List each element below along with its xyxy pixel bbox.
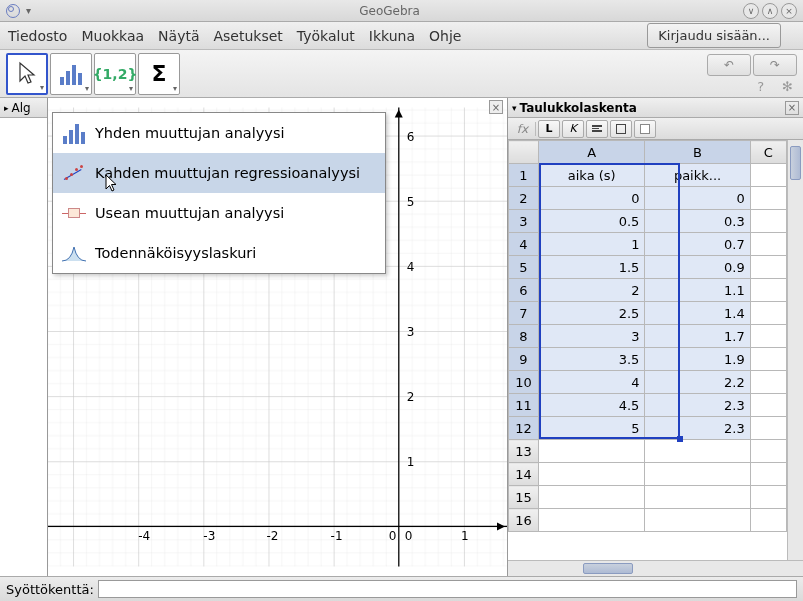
cell[interactable]	[750, 187, 786, 210]
menu-multi-variable-analysis[interactable]: Usean muuttujan analyysi	[53, 193, 385, 233]
tool-move[interactable]: ▾	[6, 53, 48, 95]
cell[interactable]: 1.7	[645, 325, 750, 348]
col-header-b[interactable]: B	[645, 141, 750, 164]
menu-one-variable-analysis[interactable]: Yhden muuttujan analyysi	[53, 113, 385, 153]
border-button[interactable]	[610, 120, 632, 138]
spreadsheet-header[interactable]: ▾ Taulukkolaskenta ×	[508, 98, 803, 118]
cell[interactable]	[750, 348, 786, 371]
row-header[interactable]: 5	[509, 256, 539, 279]
row-header[interactable]: 7	[509, 302, 539, 325]
cell[interactable]: 2.5	[539, 302, 645, 325]
selection-handle[interactable]	[677, 436, 683, 442]
cell[interactable]	[750, 509, 786, 532]
cell[interactable]	[750, 486, 786, 509]
cell[interactable]: 3.5	[539, 348, 645, 371]
cell[interactable]: aika (s)	[539, 164, 645, 187]
menu-edit[interactable]: Muokkaa	[81, 28, 144, 44]
cell[interactable]	[539, 463, 645, 486]
row-header[interactable]: 16	[509, 509, 539, 532]
cell[interactable]	[750, 371, 786, 394]
cell[interactable]: 2.3	[645, 394, 750, 417]
cell[interactable]	[750, 279, 786, 302]
menu-help[interactable]: Ohje	[429, 28, 461, 44]
menu-window[interactable]: Ikkuna	[369, 28, 415, 44]
cell[interactable]: 2.3	[645, 417, 750, 440]
row-header[interactable]: 9	[509, 348, 539, 371]
cell[interactable]: 1.1	[645, 279, 750, 302]
row-header[interactable]: 13	[509, 440, 539, 463]
cell[interactable]: paikk...	[645, 164, 750, 187]
cell[interactable]	[539, 486, 645, 509]
tool-analysis[interactable]: ▾	[50, 53, 92, 95]
cell[interactable]	[750, 417, 786, 440]
row-header[interactable]: 14	[509, 463, 539, 486]
col-header-a[interactable]: A	[539, 141, 645, 164]
row-header[interactable]: 15	[509, 486, 539, 509]
cell[interactable]: 1	[539, 233, 645, 256]
align-button[interactable]	[586, 120, 608, 138]
menu-two-variable-regression[interactable]: Kahden muuttujan regressioanalyysi	[53, 153, 385, 193]
cell[interactable]	[750, 256, 786, 279]
cell[interactable]: 0.5	[539, 210, 645, 233]
bold-button[interactable]: L	[538, 120, 560, 138]
algebra-header[interactable]: ▸ Alg	[0, 98, 47, 118]
cell[interactable]: 0	[539, 187, 645, 210]
spreadsheet-grid[interactable]: ABC 1aika (s)paikk...20030.50.3410.751.5…	[508, 140, 787, 560]
cell[interactable]	[750, 394, 786, 417]
close-button[interactable]: ×	[781, 3, 797, 19]
cell[interactable]	[750, 302, 786, 325]
menu-tools[interactable]: Työkalut	[297, 28, 355, 44]
fill-button[interactable]	[634, 120, 656, 138]
cell[interactable]: 0.7	[645, 233, 750, 256]
cell[interactable]: 3	[539, 325, 645, 348]
row-header[interactable]: 4	[509, 233, 539, 256]
gear-icon[interactable]: ✻	[782, 79, 793, 94]
cell[interactable]	[750, 463, 786, 486]
cell[interactable]: 4.5	[539, 394, 645, 417]
row-header[interactable]: 10	[509, 371, 539, 394]
cell[interactable]	[750, 233, 786, 256]
cell[interactable]	[645, 463, 750, 486]
row-header[interactable]: 11	[509, 394, 539, 417]
cell[interactable]: 4	[539, 371, 645, 394]
italic-button[interactable]: K	[562, 120, 584, 138]
cell[interactable]: 2	[539, 279, 645, 302]
scrollbar-thumb[interactable]	[583, 563, 633, 574]
row-header[interactable]: 8	[509, 325, 539, 348]
tool-sum[interactable]: Σ ▾	[138, 53, 180, 95]
cell[interactable]	[539, 509, 645, 532]
row-header[interactable]: 2	[509, 187, 539, 210]
menu-file[interactable]: Tiedosto	[8, 28, 67, 44]
row-header[interactable]: 1	[509, 164, 539, 187]
cell[interactable]	[645, 486, 750, 509]
cell[interactable]: 5	[539, 417, 645, 440]
cell[interactable]	[539, 440, 645, 463]
row-header[interactable]: 3	[509, 210, 539, 233]
cell[interactable]	[750, 440, 786, 463]
undo-button[interactable]: ↶	[707, 54, 751, 76]
fx-label[interactable]: fx	[510, 122, 536, 136]
cell[interactable]	[750, 325, 786, 348]
cell[interactable]	[645, 509, 750, 532]
cell[interactable]	[750, 210, 786, 233]
cell[interactable]: 1.4	[645, 302, 750, 325]
login-button[interactable]: Kirjaudu sisään...	[647, 23, 781, 48]
tool-list[interactable]: {1,2} ▾	[94, 53, 136, 95]
menu-view[interactable]: Näytä	[158, 28, 199, 44]
menu-settings[interactable]: Asetukset	[214, 28, 283, 44]
row-header[interactable]: 12	[509, 417, 539, 440]
cell[interactable]: 0	[645, 187, 750, 210]
titlebar-menu-icon[interactable]: ▾	[26, 5, 31, 16]
spreadsheet-close-button[interactable]: ×	[785, 101, 799, 115]
cell[interactable]	[645, 440, 750, 463]
menu-probability-calculator[interactable]: Todennäköisyyslaskuri	[53, 233, 385, 273]
graphics-close-button[interactable]: ×	[489, 100, 503, 114]
cell[interactable]: 1.5	[539, 256, 645, 279]
cell[interactable]: 0.3	[645, 210, 750, 233]
help-icon[interactable]: ?	[757, 79, 764, 94]
minimize-button[interactable]: ∨	[743, 3, 759, 19]
cell[interactable]: 0.9	[645, 256, 750, 279]
maximize-button[interactable]: ∧	[762, 3, 778, 19]
input-field[interactable]	[98, 580, 797, 598]
cell[interactable]	[750, 164, 786, 187]
